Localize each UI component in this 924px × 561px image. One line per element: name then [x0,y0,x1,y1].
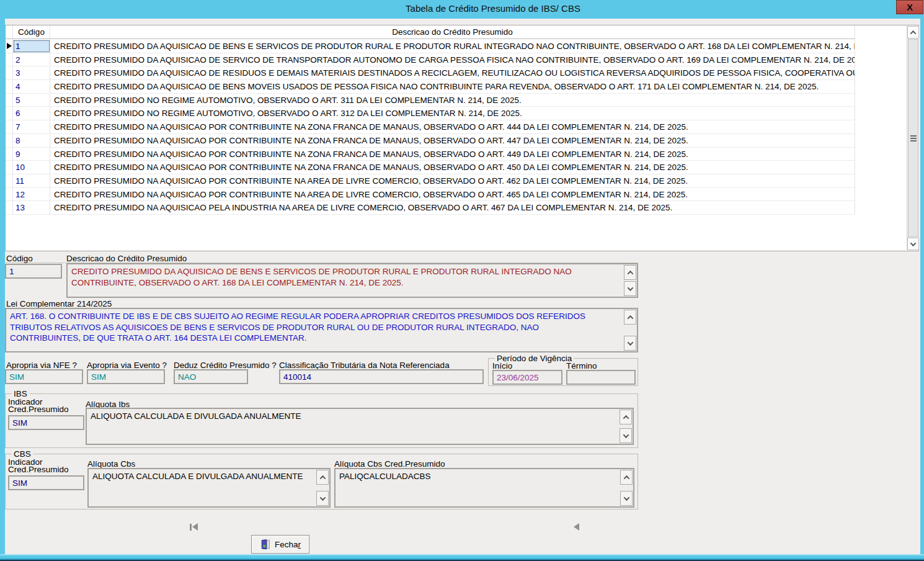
inicio-field[interactable]: 23/06/2025 [492,370,562,385]
apropria-nfe-label: Apropria via NFE ? [6,361,77,370]
deduz-label: Deduz Crédito Presumido ? [174,361,277,370]
chevron-up-icon [623,475,629,481]
classificacao-field[interactable]: 410014 [279,369,484,384]
table-row[interactable]: 12CREDITO PRESUMIDO NA AQUISICAO POR CON… [6,188,855,202]
scroll-up-button[interactable] [620,470,633,485]
row-code-cell[interactable]: 1 [13,40,50,53]
row-code-cell[interactable]: 12 [13,188,50,201]
row-indicator-cell [6,120,13,133]
chevron-down-icon [627,285,633,291]
cbs-indicador-field[interactable]: SIM [8,475,84,490]
row-description-cell[interactable]: CREDITO PRESUMIDO NA AQUISICAO POR CONTR… [50,148,855,161]
fechar-button[interactable]: Fechar [251,535,309,554]
scroll-down-button[interactable] [620,428,632,443]
table-row[interactable]: 3CREDITO PRESUMIDO DA AQUISICAO DE RESID… [6,66,855,80]
aliquota-cbs-scrollbar[interactable] [316,470,329,506]
codigo-label: Código [6,254,33,263]
apropria-nfe-field[interactable]: SIM [5,369,83,384]
termino-field[interactable] [566,370,636,385]
scroll-down-button[interactable] [620,491,633,506]
table-row[interactable]: 7CREDITO PRESUMIDO NA AQUISICAO POR CONT… [6,120,855,134]
row-indicator-cell [6,174,13,187]
row-description-cell[interactable]: CREDITO PRESUMIDO NA AQUISICAO POR CONTR… [50,161,855,174]
aliquota-ibs-field[interactable]: ALIQUOTA CALCULADA E DIVULGADA ANUALMENT… [86,408,634,445]
table-row[interactable]: 5CREDITO PRESUMIDO NO REGIME AUTOMOTIVO,… [6,94,855,107]
scroll-up-button[interactable] [316,470,329,485]
chevron-down-icon [627,339,633,346]
table-row[interactable]: 10CREDITO PRESUMIDO NA AQUISICAO POR CON… [6,161,855,174]
aliquota-cbs-cred-scrollbar[interactable] [620,470,633,506]
close-button[interactable]: X [896,0,923,14]
row-code-cell[interactable]: 10 [13,161,50,174]
chevron-up-icon [910,30,917,36]
table-row[interactable]: 1CREDITO PRESUMIDO DA AQUISICAO DE BENS … [6,40,855,53]
row-description-cell[interactable]: CREDITO PRESUMIDO NA AQUISICAO POR CONTR… [50,134,855,147]
row-code-cell[interactable]: 5 [13,94,50,107]
row-code-cell[interactable]: 11 [13,174,50,187]
row-code-cell[interactable]: 3 [13,66,50,79]
row-description-cell[interactable]: CREDITO PRESUMIDO NA AQUISICAO POR CONTR… [50,120,855,133]
table-row[interactable]: 2CREDITO PRESUMIDO DA AQUISICAO DE SERVI… [6,53,855,67]
row-code-cell[interactable]: 13 [13,201,50,214]
lei-label: Lei Complementar 214/2025 [6,299,112,308]
table-row[interactable]: 8CREDITO PRESUMIDO NA AQUISICAO POR CONT… [6,134,855,148]
row-indicator-cell [6,80,13,93]
scroll-down-button[interactable] [907,238,919,250]
table-header-row: Código Descricao do Crédito Presumido [6,25,855,39]
codigo-field[interactable]: 1 [5,264,62,279]
scroll-down-button[interactable] [624,281,636,296]
row-description-cell[interactable]: CREDITO PRESUMIDO NO REGIME AUTOMOTIVO, … [50,94,855,107]
table-row[interactable]: 6CREDITO PRESUMIDO NO REGIME AUTOMOTIVO,… [6,107,855,120]
column-header-codigo[interactable]: Código [13,25,50,38]
table-row[interactable]: 11CREDITO PRESUMIDO NA AQUISICAO POR CON… [6,174,855,188]
row-code-cell[interactable]: 9 [13,148,50,161]
table-row[interactable]: 9CREDITO PRESUMIDO NA AQUISICAO POR CONT… [6,148,855,161]
aliquota-cbs-cred-label: Alíquota Cbs Cred.Presumido [334,459,445,469]
scrollbar-thumb[interactable] [908,39,918,237]
ibs-indicador-field[interactable]: SIM [8,415,84,430]
descricao-field[interactable]: CREDITO PRESUMIDO DA AQUISICAO DE BENS E… [66,263,638,298]
classificacao-label: Classificação Tributária da Nota Referen… [279,361,450,370]
row-description-cell[interactable]: CREDITO PRESUMIDO DA AQUISICAO DE RESIDU… [50,66,855,79]
scroll-up-button[interactable] [907,26,919,38]
apropria-evento-field[interactable]: SIM [87,369,165,384]
aliquota-cbs-field[interactable]: ALIQUOTA CALCULADA E DIVULGADA ANUALMENT… [87,468,331,508]
row-description-cell[interactable]: CREDITO PRESUMIDO DA AQUISICAO DE SERVIC… [50,53,855,66]
nav-first-record-icon[interactable] [190,523,198,531]
door-icon [260,539,270,550]
aliquota-cbs-cred-field[interactable]: PALIQCALCULADACBS [334,468,634,508]
row-indicator-cell [6,107,13,120]
scroll-up-button[interactable] [624,265,636,280]
row-code-cell[interactable]: 7 [13,120,50,133]
table-vertical-scrollbar[interactable] [907,26,919,250]
vigencia-group: Período de Vigência Início 23/06/2025 Té… [488,358,638,386]
grip-icon [910,135,917,141]
row-description-cell[interactable]: CREDITO PRESUMIDO NA AQUISICAO POR CONTR… [50,174,855,187]
row-code-cell[interactable]: 2 [13,53,50,66]
row-description-cell[interactable]: CREDITO PRESUMIDO NA AQUISICAO PELA INDU… [50,201,855,214]
credit-table: Código Descricao do Crédito Presumido 1C… [5,25,919,251]
row-description-cell[interactable]: CREDITO PRESUMIDO DA AQUISICAO DE BENS M… [50,80,855,93]
lei-scrollbar[interactable] [624,310,636,351]
nav-prior-record-icon[interactable] [574,523,579,531]
table-row[interactable]: 4CREDITO PRESUMIDO DA AQUISICAO DE BENS … [6,80,855,94]
page-title: Tabela de Crédito Presumido de IBS/ CBS [344,0,580,14]
row-code-cell[interactable]: 6 [13,107,50,120]
inicio-label: Início [492,361,512,370]
deduz-field[interactable]: NAO [174,369,248,384]
scroll-down-button[interactable] [624,336,636,351]
descricao-scrollbar[interactable] [624,265,636,296]
row-description-cell[interactable]: CREDITO PRESUMIDO NA AQUISICAO POR CONTR… [50,188,855,201]
chevron-down-icon [910,240,917,246]
scroll-down-button[interactable] [316,491,329,506]
row-description-cell[interactable]: CREDITO PRESUMIDO DA AQUISICAO DE BENS E… [50,40,855,53]
lei-field[interactable]: ART. 168. O CONTRIBUINTE DE IBS E DE CBS… [5,308,638,352]
row-code-cell[interactable]: 4 [13,80,50,93]
scroll-up-button[interactable] [620,410,632,424]
column-header-descricao[interactable]: Descricao do Crédito Presumido [50,25,855,38]
scroll-up-button[interactable] [624,310,636,325]
table-row[interactable]: 13CREDITO PRESUMIDO NA AQUISICAO PELA IN… [6,201,855,215]
row-description-cell[interactable]: CREDITO PRESUMIDO NO REGIME AUTOMOTIVO, … [50,107,855,120]
row-code-cell[interactable]: 8 [13,134,50,147]
aliquota-ibs-scrollbar[interactable] [620,410,632,443]
